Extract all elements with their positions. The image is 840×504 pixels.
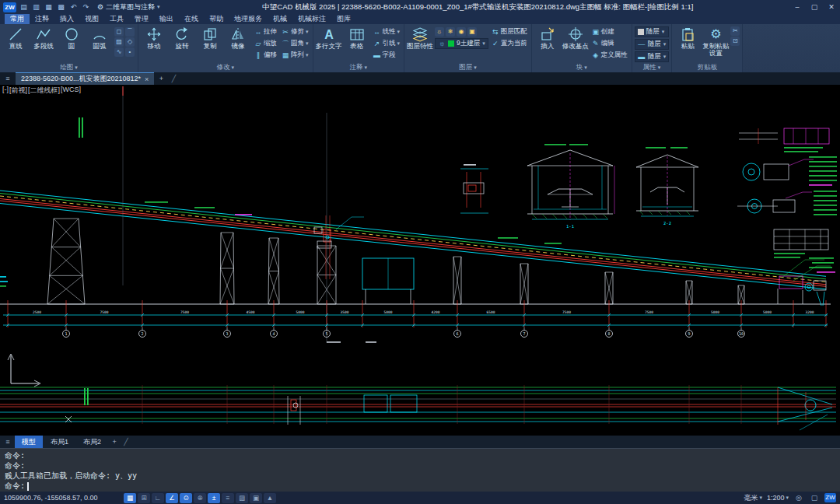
point-tool-icon[interactable]: •: [125, 47, 135, 57]
panel-properties-footer[interactable]: 属性 ▾: [632, 63, 672, 72]
rectangle-tool-icon[interactable]: ◻: [114, 27, 124, 37]
section-detail-3[interactable]: 2-2: [636, 147, 698, 226]
print-icon[interactable]: ▩: [56, 2, 66, 12]
ribbon-tab-4[interactable]: 视图: [79, 14, 104, 24]
close-tab-icon[interactable]: ×: [145, 75, 149, 83]
coordinates-readout[interactable]: 1059900.76, -155058.57, 0.00: [4, 494, 119, 502]
isolate-objects-icon[interactable]: ◎: [793, 494, 804, 502]
polygon-tool-icon[interactable]: ◇: [125, 37, 135, 47]
rotate-button[interactable]: 旋转: [169, 26, 195, 50]
detail-stack-right[interactable]: [737, 128, 837, 258]
stretch-button[interactable]: ↔拉伸: [253, 26, 278, 37]
new-file-icon[interactable]: ▤: [19, 2, 29, 12]
ribbon-tab-10[interactable]: 地理服务: [229, 14, 268, 24]
linetype-control[interactable]: — 随层 ▾: [635, 39, 670, 50]
mtext-button[interactable]: A 多行文字: [316, 26, 342, 50]
axis-bubbles[interactable]: 12345678910: [63, 327, 745, 338]
ribbon-tab-1[interactable]: 常用: [5, 14, 30, 24]
layer-color-icon[interactable]: ▣: [467, 27, 477, 37]
tab-layout2[interactable]: 布局2: [76, 436, 108, 448]
drawing-area[interactable]: [-] [前视] [二维线框] [WCS] 250075007500450050…: [0, 85, 840, 436]
snap-toggle[interactable]: ⊞: [138, 493, 150, 503]
maximize-button[interactable]: ▢: [806, 0, 823, 14]
copy-button[interactable]: 复制: [197, 26, 223, 50]
tab-layout1[interactable]: 布局1: [44, 436, 75, 448]
tab-model[interactable]: 模型: [15, 436, 43, 448]
ribbon-tab-2[interactable]: 注释: [30, 14, 54, 24]
clean-screen-icon[interactable]: ▢: [809, 494, 820, 502]
line-button[interactable]: 直线: [2, 26, 29, 50]
ribbon-tab-13[interactable]: 图库: [331, 14, 356, 24]
panel-draw-footer[interactable]: 绘图 ▾: [0, 63, 138, 72]
save-icon[interactable]: ▦: [44, 2, 54, 12]
polar-toggle[interactable]: ∠: [166, 493, 178, 503]
viewport-menu-control[interactable]: [-]: [2, 86, 9, 96]
grid-toggle[interactable]: ▦: [124, 493, 136, 503]
copy-clip-icon[interactable]: ⊡: [730, 37, 740, 46]
circle-button[interactable]: 圆: [58, 26, 85, 50]
base-point-button[interactable]: 修改基点: [562, 26, 589, 50]
linear-dim-button[interactable]: ↔线性▾: [372, 26, 402, 37]
panel-clipboard-footer[interactable]: 剪贴板: [672, 63, 742, 72]
lineweight-control[interactable]: ▬ 随层 ▾: [635, 51, 670, 62]
field-button[interactable]: ▬字段: [372, 50, 402, 61]
cut-icon[interactable]: ✂: [730, 26, 740, 36]
polyline-button[interactable]: 多段线: [30, 26, 57, 50]
color-control[interactable]: 随层 ▾: [635, 26, 670, 37]
open-file-icon[interactable]: ▥: [31, 2, 41, 12]
dynamic-input-toggle[interactable]: ±: [208, 493, 220, 503]
layer-properties-button[interactable]: 图层特性: [407, 26, 433, 50]
close-button[interactable]: ✕: [823, 0, 840, 14]
ribbon-tab-11[interactable]: 机械: [268, 14, 292, 24]
section-detail-1[interactable]: [460, 164, 488, 213]
ribbon-tab-9[interactable]: 帮助: [204, 14, 229, 24]
match-layer-button[interactable]: ⇆图层匹配: [490, 26, 529, 37]
set-current-layer-button[interactable]: ✓置为当前: [490, 38, 529, 49]
drawing-viewport[interactable]: 2500750075004500500035005000420065007500…: [0, 85, 840, 436]
viewport-visual-style-control[interactable]: [二维线框]: [28, 86, 60, 96]
layer-lock-icon[interactable]: ◉: [457, 27, 466, 37]
transparency-toggle[interactable]: ▨: [236, 493, 248, 503]
trim-button[interactable]: ✂修剪▾: [280, 26, 310, 37]
define-attribute-button[interactable]: ◈定义属性: [590, 50, 629, 61]
viewport-view-control[interactable]: [前视]: [9, 86, 27, 96]
panel-block-footer[interactable]: 块 ▾: [532, 63, 632, 72]
panel-modify-footer[interactable]: 修改 ▾: [138, 63, 313, 72]
arc-button[interactable]: 圆弧: [86, 26, 113, 50]
scale-button[interactable]: ▱缩放: [253, 38, 278, 49]
leader-button[interactable]: ↗引线▾: [372, 38, 402, 49]
plan-view[interactable]: [0, 385, 836, 430]
dimension-chain[interactable]: 2500750075004500500035005000420065007500…: [3, 300, 828, 343]
move-button[interactable]: 移动: [141, 26, 167, 50]
paste-settings-button[interactable]: ⚙ 复制粘贴设置: [702, 26, 729, 57]
file-tabs-menu-icon[interactable]: ≡: [2, 75, 14, 82]
lineweight-toggle[interactable]: ≡: [222, 493, 234, 503]
zwcad-badge[interactable]: ZW: [824, 493, 836, 502]
array-button[interactable]: ▦阵列▾: [280, 50, 310, 61]
create-block-button[interactable]: ▣创建: [590, 26, 629, 37]
units-dropdown[interactable]: 毫米 ▾: [744, 493, 762, 503]
panel-layer-footer[interactable]: 图层 ▾: [404, 63, 531, 72]
layout-tabs-menu-icon[interactable]: ≡: [2, 438, 14, 446]
paste-button[interactable]: 粘贴: [674, 26, 701, 50]
undo-icon[interactable]: ↶: [68, 2, 79, 12]
viewport-ucs-indicator[interactable]: [WCS]: [61, 86, 81, 96]
hatch-tool-icon[interactable]: ▨: [114, 37, 124, 47]
new-document-tab-button[interactable]: +: [156, 75, 166, 82]
ribbon-tab-3[interactable]: 插入: [54, 14, 79, 24]
offset-button[interactable]: ∥偏移: [253, 50, 278, 61]
ribbon-tab-8[interactable]: 在线: [179, 14, 204, 24]
layer-dropdown[interactable]: ☼ 9土建层 ▾: [435, 38, 488, 49]
command-line-panel[interactable]: 命令:命令:贱人工具箱已加载，启动命令: y、yy 命令:: [0, 448, 840, 492]
annotation-monitor-toggle[interactable]: ▲: [264, 493, 276, 503]
layer-on-icon[interactable]: ☼: [435, 27, 444, 37]
scale-dropdown[interactable]: 1:200 ▾: [767, 494, 789, 502]
layer-freeze-icon[interactable]: ❄: [446, 27, 455, 37]
object-track-toggle[interactable]: ⊕: [194, 493, 206, 503]
edit-block-button[interactable]: ✎编辑: [590, 38, 629, 49]
ortho-toggle[interactable]: ∟: [152, 493, 164, 503]
ribbon-tab-5[interactable]: 工具: [104, 14, 129, 24]
object-snap-toggle[interactable]: ⊙: [180, 493, 192, 503]
redo-icon[interactable]: ↷: [81, 2, 91, 12]
spline-tool-icon[interactable]: ∿: [114, 47, 124, 57]
